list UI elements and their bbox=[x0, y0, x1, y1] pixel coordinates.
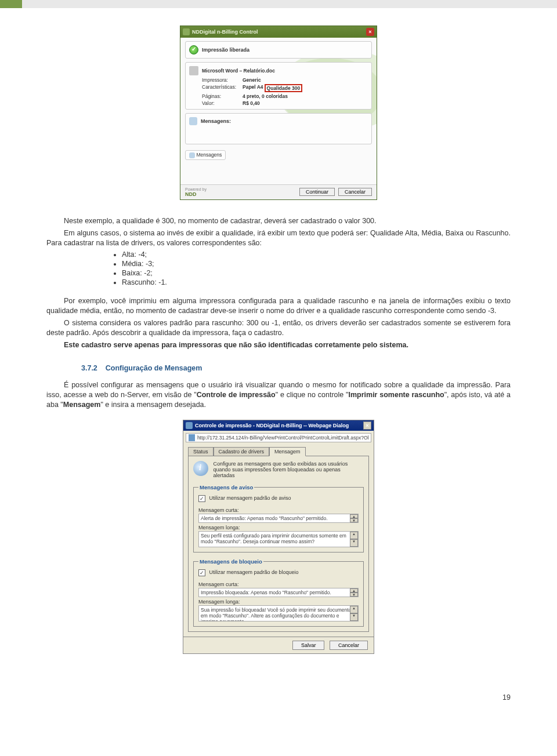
checkbox-label: Utilizar mensagem padrão de aviso bbox=[209, 496, 291, 501]
page-number: 19 bbox=[0, 677, 557, 711]
app-icon bbox=[183, 28, 190, 35]
cancelar-button[interactable]: Cancelar bbox=[330, 641, 368, 650]
ndd-dialog: NDDigital n-Billing Control × Impressão … bbox=[180, 26, 377, 200]
tab-bar: Status Cadastro de drivers Mensagem bbox=[188, 447, 369, 456]
spinner-down-icon[interactable]: ▼ bbox=[350, 539, 358, 547]
paragraph: Neste exemplo, a qualidade é 300, no mom… bbox=[46, 216, 511, 226]
tab-status[interactable]: Status bbox=[188, 447, 214, 456]
check-icon bbox=[189, 45, 198, 54]
spinner-down-icon[interactable]: ▼ bbox=[350, 593, 358, 597]
ndd-logo: Powered by NDD bbox=[185, 187, 207, 197]
list-item: Alta: -4; bbox=[122, 250, 511, 259]
list-item: Rascunho: -1. bbox=[122, 278, 511, 287]
bullet-list: Alta: -4; Média: -3; Baixa: -2; Rascunho… bbox=[122, 250, 511, 287]
webpage-dialog: Controle de impressão - NDDigital n-Bill… bbox=[183, 420, 374, 654]
list-item: Média: -3; bbox=[122, 259, 511, 268]
info-icon bbox=[193, 461, 208, 476]
legend-aviso: Mensagens de aviso bbox=[198, 484, 254, 490]
salvar-button[interactable]: Salvar bbox=[292, 641, 325, 650]
info-text: Configure as mensagens que serão exibida… bbox=[214, 461, 359, 478]
dialog-title: Controle de impressão - NDDigital n-Bill… bbox=[195, 423, 349, 428]
spinner-up-icon[interactable]: ▲ bbox=[350, 606, 358, 613]
page-icon bbox=[189, 434, 195, 441]
value-paginas: 4 preto, 0 coloridas bbox=[243, 93, 288, 99]
messages-tab-label: Mensagens bbox=[196, 152, 222, 158]
label-paginas: Páginas: bbox=[202, 93, 243, 99]
message-icon bbox=[189, 152, 195, 158]
list-item: Baixa: -2; bbox=[122, 268, 511, 278]
status-text: Impressão liberada bbox=[202, 47, 249, 53]
paragraph: Por exemplo, você imprimiu em alguma imp… bbox=[46, 296, 511, 316]
dialog-title-bar: Controle de impressão - NDDigital n-Bill… bbox=[183, 420, 374, 431]
label-impressora: Impressora: bbox=[202, 77, 243, 83]
label-curta: Mensagem curta: bbox=[198, 580, 359, 588]
spinner-down-icon[interactable]: ▼ bbox=[350, 613, 358, 621]
tab-drivers[interactable]: Cadastro de drivers bbox=[214, 447, 270, 456]
section-number: 3.7.2 bbox=[81, 364, 97, 372]
dialog-title: NDDigital n-Billing Control bbox=[192, 29, 258, 35]
checkbox-label: Utilizar mensagem padrão de bloqueio bbox=[209, 570, 299, 576]
spinner-up-icon[interactable]: ▲ bbox=[350, 514, 358, 518]
paragraph: Em alguns casos, o sistema ao invés de e… bbox=[46, 228, 511, 248]
paragraph-bold: Este cadastro serve apenas para impresso… bbox=[46, 340, 511, 350]
fieldset-aviso: Mensagens de aviso ✓ Utilizar mensagem p… bbox=[193, 484, 364, 553]
legend-bloqueio: Mensagens de bloqueio bbox=[198, 558, 263, 565]
value-papel: Papel A4 bbox=[243, 84, 263, 92]
fieldset-bloqueio: Mensagens de bloqueio ✓ Utilizar mensage… bbox=[193, 558, 364, 627]
textarea-bloq-longa[interactable]: Sua impressão foi bloqueada! Você só pod… bbox=[198, 605, 359, 621]
paragraph: O sistema considera os valores padrão pa… bbox=[46, 318, 511, 338]
url-text: http://172.31.254.124/n-Billing/ViewPrin… bbox=[197, 435, 368, 441]
close-icon[interactable]: × bbox=[363, 421, 371, 430]
section-heading: 3.7.2 Configuração de Mensagem bbox=[81, 364, 511, 372]
label-caract: Características: bbox=[202, 84, 243, 92]
label-curta: Mensagem curta: bbox=[198, 506, 359, 514]
tab-mensagem[interactable]: Mensagem bbox=[269, 447, 306, 456]
messages-label: Mensagens: bbox=[201, 118, 231, 124]
spinner-down-icon[interactable]: ▼ bbox=[350, 518, 358, 522]
top-band bbox=[0, 0, 557, 8]
close-icon[interactable]: × bbox=[366, 28, 374, 36]
label-valor: Valor: bbox=[202, 100, 243, 106]
continuar-button[interactable]: Continuar bbox=[299, 188, 335, 196]
page-icon bbox=[186, 422, 193, 429]
section-title: Configuração de Mensagem bbox=[106, 364, 202, 372]
dialog-title-bar: NDDigital n-Billing Control × bbox=[180, 26, 377, 38]
value-qualidade: Qualidade 300 bbox=[265, 84, 303, 92]
value-impressora: Generic bbox=[243, 77, 261, 83]
url-bar: http://172.31.254.124/n-Billing/ViewPrin… bbox=[186, 433, 371, 442]
checkbox-aviso[interactable]: ✓ bbox=[198, 495, 205, 502]
spinner-up-icon[interactable]: ▲ bbox=[350, 532, 358, 539]
value-valor: R$ 0,40 bbox=[243, 100, 260, 106]
messages-tab[interactable]: Mensagens bbox=[185, 150, 226, 160]
textarea-aviso-longa[interactable]: Seu perfil está configurado para imprimi… bbox=[198, 531, 359, 547]
file-icon bbox=[189, 66, 198, 75]
label-longa: Mensagem longa: bbox=[198, 597, 359, 605]
paragraph: É possível configurar as mensagens que o… bbox=[46, 380, 511, 410]
input-aviso-curta[interactable]: Alerta de impressão: Apenas modo "Rascun… bbox=[198, 514, 359, 523]
input-bloq-curta[interactable]: Impressão bloqueada: Apenas modo "Rascun… bbox=[198, 588, 359, 597]
message-icon bbox=[189, 117, 197, 125]
checkbox-bloqueio[interactable]: ✓ bbox=[198, 569, 205, 576]
file-name: Microsoft Word – Relatório.doc bbox=[202, 68, 275, 74]
label-longa: Mensagem longa: bbox=[198, 523, 359, 531]
spinner-up-icon[interactable]: ▲ bbox=[350, 588, 358, 593]
cancelar-button[interactable]: Cancelar bbox=[338, 188, 372, 196]
